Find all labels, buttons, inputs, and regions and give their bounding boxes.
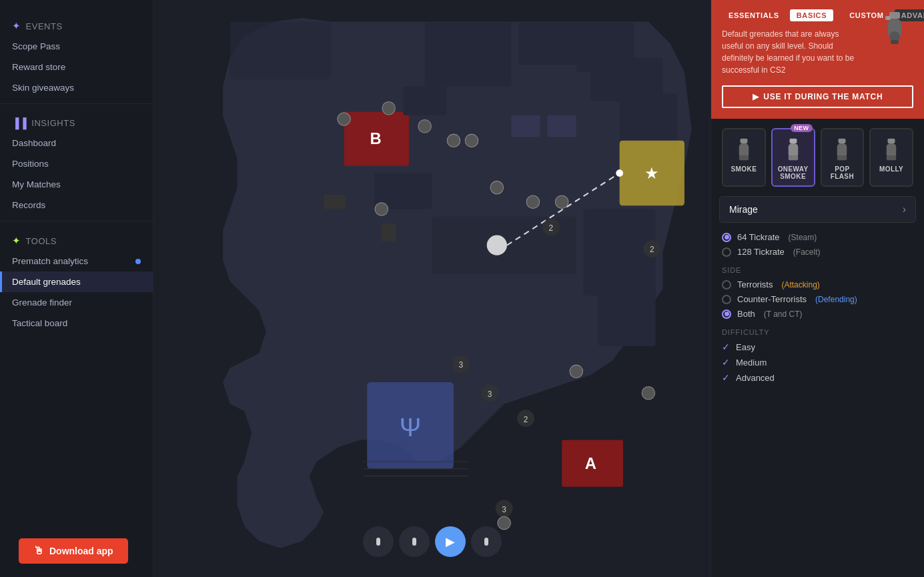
- essentials-tab[interactable]: ESSENTIALS: [722, 9, 786, 21]
- sidebar-item-skin-giveaways[interactable]: Skin giveaways: [0, 77, 153, 98]
- difficulty-medium-label: Medium: [736, 358, 767, 368]
- divider-1: [0, 103, 153, 104]
- sidebar-item-reward-store[interactable]: Reward store: [0, 57, 153, 77]
- tickrate-128-suffix: (Facelt): [793, 247, 821, 257]
- download-app-button[interactable]: 🖱 Download app: [19, 538, 128, 564]
- svg-rect-51: [382, 223, 396, 241]
- side-both-radio[interactable]: [722, 310, 731, 319]
- svg-text:B: B: [370, 129, 382, 147]
- pop-flash-label: POP FLASH: [826, 165, 859, 180]
- sidebar-item-my-matches[interactable]: My Matches: [0, 174, 153, 195]
- pop-flash-icon: [831, 136, 853, 163]
- svg-rect-13: [548, 115, 576, 137]
- divider-2: [0, 221, 153, 221]
- easy-checkmark: ✓: [722, 342, 730, 352]
- svg-point-42: [465, 134, 478, 147]
- tickrate-128-option[interactable]: 128 Tickrate (Facelt): [722, 247, 913, 257]
- svg-text:3: 3: [502, 505, 506, 514]
- side-option-group: SIDE Terrorists (Attacking) Counter-Terr…: [722, 266, 913, 319]
- svg-text:3: 3: [458, 360, 463, 370]
- map-selector-value: Mirage: [729, 204, 758, 215]
- tickrate-64-suffix: (Steam): [789, 233, 817, 242]
- use-during-match-button[interactable]: ▶ USE IT DURING THE MATCH: [722, 85, 913, 108]
- difficulty-medium-option[interactable]: ✓ Medium: [722, 357, 913, 368]
- download-label: Download app: [49, 546, 113, 556]
- sidebar-item-dashboard[interactable]: Dashboard: [0, 133, 153, 153]
- svg-point-41: [447, 134, 460, 147]
- smoke-ctrl-btn[interactable]: [363, 526, 394, 557]
- grenade-pop-flash[interactable]: POP FLASH: [821, 128, 865, 187]
- svg-point-45: [555, 195, 568, 208]
- side-ct-option[interactable]: Counter-Terrorists (Defending): [722, 294, 913, 304]
- map-selector[interactable]: Mirage ›: [719, 196, 916, 223]
- use-btn-label: USE IT DURING THE MATCH: [763, 92, 883, 101]
- side-ct-radio[interactable]: [722, 295, 731, 304]
- smoke-ctrl-icon: [372, 535, 385, 548]
- difficulty-advanced-option[interactable]: ✓ Advanced: [722, 372, 913, 383]
- sidebar: ✦ Events Scope Pass Reward store Skin gi…: [0, 0, 153, 577]
- tickrate-128-radio[interactable]: [722, 247, 731, 257]
- svg-point-44: [526, 195, 539, 208]
- sidebar-item-tactical-board[interactable]: Tactical board: [0, 313, 153, 334]
- insights-label: Insights: [31, 118, 75, 128]
- svg-rect-6: [518, 21, 583, 65]
- main-map-area: B A Ψ: [153, 0, 711, 577]
- difficulty-option-group: DIFFICULTY ✓ Easy ✓ Medium ✓ Advanced: [722, 328, 913, 383]
- side-both-label: Both: [737, 309, 755, 319]
- sidebar-item-positions[interactable]: Positions: [0, 153, 153, 174]
- side-terrorists-option[interactable]: Terrorists (Attacking): [722, 279, 913, 290]
- oneway-smoke-icon: [783, 136, 804, 163]
- difficulty-easy-option[interactable]: ✓ Easy: [722, 342, 913, 352]
- svg-text:A: A: [585, 454, 596, 472]
- side-section-label: SIDE: [722, 266, 913, 274]
- events-section: ✦ Events: [0, 16, 153, 36]
- tickrate-option-group: 64 Tickrate (Steam) 128 Tickrate (Facelt…: [722, 232, 913, 257]
- sidebar-item-records[interactable]: Records: [0, 195, 153, 215]
- side-terrorists-radio[interactable]: [722, 280, 731, 290]
- svg-point-43: [490, 181, 503, 193]
- svg-point-39: [382, 101, 395, 114]
- svg-point-49: [375, 203, 388, 215]
- side-ct-note: (Defending): [815, 295, 857, 304]
- notification-dot: [135, 259, 141, 264]
- side-both-option[interactable]: Both (T and CT): [722, 309, 913, 319]
- molly-ctrl-btn[interactable]: [471, 526, 502, 557]
- svg-text:2: 2: [650, 245, 654, 254]
- grenade-smoke[interactable]: SMOKE: [722, 128, 766, 187]
- right-panel: ESSENTIALS Basics CUSTOM Advanced Defaul…: [711, 0, 924, 577]
- smoke-icon: [733, 136, 755, 163]
- smoke-label: SMOKE: [731, 165, 757, 173]
- map-container[interactable]: B A Ψ: [153, 0, 711, 577]
- tickrate-64-option[interactable]: 64 Tickrate (Steam): [722, 232, 913, 242]
- insights-section: ▐▐ Insights: [0, 113, 153, 133]
- sidebar-item-grenade-finder[interactable]: Grenade finder: [0, 292, 153, 313]
- grenade-playback-controls: ▶: [363, 526, 502, 557]
- tools-icon: ✦: [12, 235, 21, 247]
- events-label: Events: [26, 21, 63, 31]
- banner-description: Default grenades that are always useful …: [722, 28, 855, 76]
- svg-point-47: [642, 387, 654, 400]
- difficulty-easy-label: Easy: [736, 342, 755, 352]
- tickrate-64-radio[interactable]: [722, 233, 731, 242]
- sidebar-item-scope-pass[interactable]: Scope Pass: [0, 36, 153, 57]
- banner-grenade-image: [872, 7, 917, 52]
- molly-icon: [881, 136, 902, 163]
- basics-tab[interactable]: Basics: [790, 9, 834, 21]
- svg-rect-60: [885, 16, 891, 20]
- svg-rect-10: [403, 87, 446, 115]
- map-svg: B A Ψ: [153, 0, 711, 577]
- svg-point-46: [570, 365, 582, 378]
- svg-rect-57: [484, 538, 488, 546]
- svg-rect-68: [788, 155, 798, 160]
- flash-ctrl-btn[interactable]: [399, 526, 430, 557]
- grenade-oneway-smoke[interactable]: NEW ONEWAY SMOKE: [771, 128, 815, 187]
- new-badge: NEW: [791, 124, 812, 132]
- sidebar-item-prematch[interactable]: Prematch analytics: [0, 251, 153, 271]
- play-ctrl-btn[interactable]: ▶: [435, 526, 466, 557]
- tickrate-64-label: 64 Tickrate: [737, 232, 780, 242]
- sidebar-item-default-grenades[interactable]: Default grenades: [0, 271, 153, 292]
- medium-checkmark: ✓: [722, 357, 730, 368]
- play-icon: ▶: [446, 534, 455, 549]
- grenade-molly[interactable]: MOLLY: [869, 128, 913, 187]
- svg-rect-2: [230, 21, 331, 79]
